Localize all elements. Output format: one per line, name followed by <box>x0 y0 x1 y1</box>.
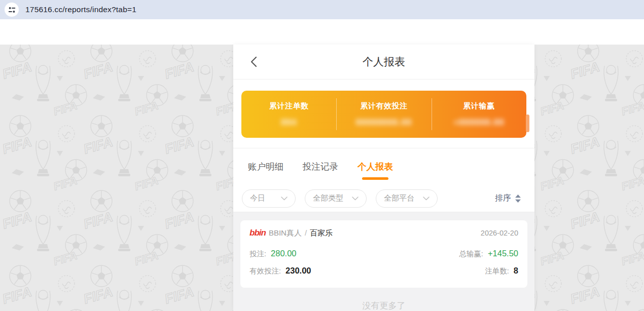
filters: 今日 全部类型 全部平台 排序 <box>233 185 534 212</box>
stat-total-valid-bets: 累计有效投注 88888888.88 <box>336 91 431 138</box>
filter-type-dropdown[interactable]: 全部类型 <box>305 189 367 208</box>
bet-label: 投注: <box>249 249 266 259</box>
filter-platform-dropdown[interactable]: 全部平台 <box>376 189 438 208</box>
bet-value: 280.00 <box>271 249 296 258</box>
sort-label: 排序 <box>495 193 511 204</box>
back-button[interactable] <box>247 53 260 70</box>
winloss-field: 总输赢: +145.50 <box>459 249 518 259</box>
site-settings-toggles-icon[interactable] <box>5 3 19 17</box>
chevron-down-icon <box>352 197 359 201</box>
winloss-value: +145.50 <box>488 249 518 258</box>
stat-label: 累计注单数 <box>269 101 309 111</box>
screen: 175616.cc/reports/index?tab=1 <box>0 0 644 311</box>
panel-header: 个人报表 <box>233 45 534 80</box>
filter-date-dropdown[interactable]: 今日 <box>242 189 296 208</box>
summary-stats-card[interactable]: 累计注单数 884 累计有效投注 88888888.88 累计输赢 +88888… <box>241 91 526 138</box>
next-stats-card-peek[interactable] <box>526 114 529 132</box>
filter-type-value: 全部类型 <box>313 193 343 203</box>
chevron-left-icon <box>251 56 257 67</box>
chevron-down-icon <box>281 197 288 201</box>
sort-button[interactable]: 排序 <box>495 193 521 204</box>
report-list: bbin BBIN真人 / 百家乐 2026-02-20 投注: 280.00 … <box>233 212 534 311</box>
stat-value-blurred: +888888.88 <box>453 118 504 128</box>
toggles-icon <box>8 6 16 14</box>
provider-info: bbin BBIN真人 / 百家乐 <box>249 228 333 238</box>
page-top-whitespace <box>0 19 644 45</box>
stat-total-bets: 累计注单数 884 <box>241 91 336 138</box>
reports-panel: 个人报表 累计注单数 884 累计有效投注 88888888.88 累计输赢 +… <box>233 45 534 311</box>
stat-label: 累计有效投注 <box>360 101 407 111</box>
valid-bet-field: 有效投注: 230.00 <box>249 266 311 276</box>
bbin-logo: bbin <box>249 228 266 238</box>
stat-value-blurred: 884 <box>281 118 297 128</box>
valid-bet-value: 230.00 <box>285 266 311 276</box>
filter-platform-value: 全部平台 <box>384 193 414 203</box>
bet-count-value: 8 <box>514 266 518 276</box>
sort-arrows-icon <box>515 195 521 203</box>
report-card[interactable]: bbin BBIN真人 / 百家乐 2026-02-20 投注: 280.00 … <box>240 220 527 288</box>
filter-date-value: 今日 <box>250 193 265 203</box>
game-name: 百家乐 <box>310 228 333 238</box>
chevron-down-icon <box>423 197 430 201</box>
page-title: 个人报表 <box>363 55 405 69</box>
report-date: 2026-02-20 <box>481 229 518 237</box>
report-row-1: 投注: 280.00 总输赢: +145.50 <box>249 249 518 259</box>
stat-total-winloss: 累计输赢 +888888.88 <box>432 91 526 138</box>
stat-label: 累计输赢 <box>463 101 494 111</box>
tabs: 账户明细 投注记录 个人报表 <box>233 148 534 185</box>
browser-url-bar[interactable]: 175616.cc/reports/index?tab=1 <box>0 0 644 19</box>
valid-bet-label: 有效投注: <box>249 266 281 276</box>
report-row-2: 有效投注: 230.00 注单数: 8 <box>249 266 518 276</box>
bet-field: 投注: 280.00 <box>249 249 297 259</box>
bet-count-field: 注单数: 8 <box>485 266 518 276</box>
no-more-text: 没有更多了 <box>240 288 527 311</box>
stat-value-blurred: 88888888.88 <box>356 118 412 128</box>
tab-bet-records[interactable]: 投注记录 <box>303 148 338 185</box>
stats-section: 累计注单数 884 累计有效投注 88888888.88 累计输赢 +88888… <box>233 80 534 148</box>
provider-name: BBIN真人 <box>269 228 302 238</box>
winloss-label: 总输赢: <box>459 249 483 259</box>
bet-count-label: 注单数: <box>485 266 509 276</box>
report-card-header: bbin BBIN真人 / 百家乐 2026-02-20 <box>249 228 518 238</box>
separator: / <box>305 228 307 237</box>
tab-account-details[interactable]: 账户明细 <box>248 148 283 185</box>
tab-personal-report[interactable]: 个人报表 <box>357 148 393 185</box>
url-text[interactable]: 175616.cc/reports/index?tab=1 <box>25 5 136 14</box>
